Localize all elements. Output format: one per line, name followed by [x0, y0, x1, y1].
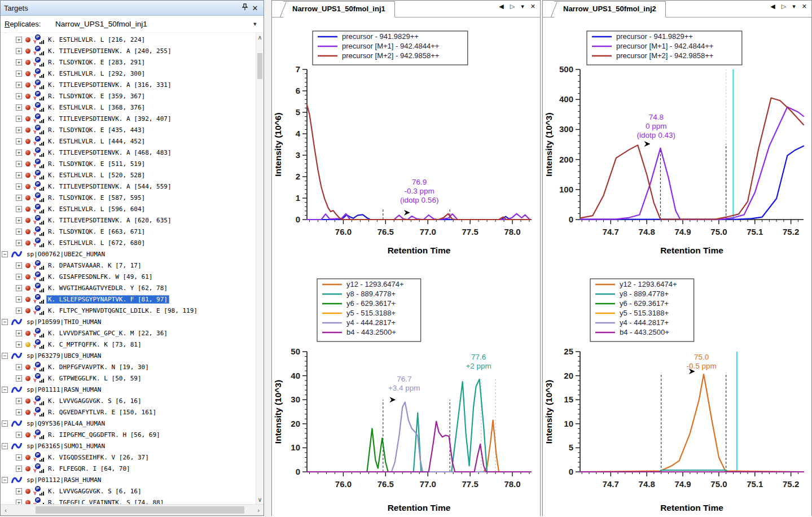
expander-icon[interactable]: + — [16, 172, 22, 178]
tree-vertical-scrollbar[interactable]: ∧ ∨ — [256, 33, 264, 504]
nav-right-icon[interactable]: ▷ — [782, 3, 786, 10]
fragment-chromatogram-inj2[interactable]: 74.774.874.975.075.175.2051015202575.0-0… — [543, 260, 811, 517]
tree-row[interactable]: +PYK. WVGTIHGAAGTVYEDLR. Y [62, 78] — [1, 282, 256, 293]
tree-row[interactable]: −sp|O00762|UBE2C_HUMAN — [1, 248, 256, 260]
tree-row[interactable]: −sp|P01111|RASN_HUMAN — [1, 384, 256, 395]
expander-icon[interactable]: + — [16, 138, 22, 144]
fragment-chromatogram-inj1[interactable]: 76.076.577.077.578.00102030405076.7+3.4 … — [272, 260, 540, 517]
tree-row[interactable]: +PYK. ESTLHLVLR. L [444, 452] — [1, 135, 256, 147]
close-icon[interactable]: ✕ — [250, 4, 260, 12]
tree-row[interactable]: +PYK. LSLEFPSGYPYNAPTVK. F [81, 97] — [1, 293, 256, 305]
expander-icon[interactable]: + — [16, 183, 22, 190]
tree-row[interactable]: +PYR. TLSDYNIQK. E [587, 595] — [1, 192, 256, 203]
tree-row[interactable]: +PYK. GTPWEGGLFK. L [50, 59] — [1, 373, 256, 384]
expander-icon[interactable]: + — [16, 409, 22, 415]
tree-row[interactable]: +PYK. TITLEVEPSDTIENVK. A [544, 559] — [1, 181, 256, 192]
tree-row[interactable]: +PYK. ESTLHLVLR. L [368, 376] — [1, 102, 256, 113]
expander-icon[interactable]: + — [16, 206, 22, 212]
window-menu-icon[interactable]: ▾ — [521, 3, 524, 10]
tree-row[interactable]: +PYR. IIPGFMC̲QGGDFTR. H [56, 69] — [1, 429, 256, 440]
tree-row[interactable]: +PYR. QGVEDAFYTLVR. E [150, 161] — [1, 406, 256, 418]
tree-row[interactable]: +PYK. TITLEVEPSDTIENVK. A [468, 483] — [1, 147, 256, 158]
tree-row[interactable]: +PYK. GISAFPESDNLFK. W [49, 61] — [1, 271, 256, 282]
tree-row[interactable]: +PYR. TGEGFLC̲VFAINNTK. S [74, 88] — [1, 497, 256, 504]
tab-narrow-ups1-50fmol-inj2[interactable]: Narrow_UPS1_50fmol_inj2 — [554, 1, 666, 17]
expander-icon[interactable]: − — [2, 387, 8, 393]
expander-icon[interactable]: + — [16, 262, 22, 269]
scrollbar-thumb[interactable] — [36, 506, 244, 514]
expander-icon[interactable]: + — [16, 48, 22, 54]
scrollbar-thumb[interactable] — [257, 53, 262, 79]
expander-icon[interactable]: + — [16, 59, 22, 65]
tree-row[interactable]: +PYK. VIGQDSSEIHFK. V [26, 37] — [1, 452, 256, 463]
tree-row[interactable]: +PYK. LVVVDFSATWC̲GPC̲K. M [22, 36] — [1, 327, 256, 339]
tree-row[interactable]: +PYR. TLSDYNIQK. E [359, 367] — [1, 90, 256, 102]
expander-icon[interactable]: + — [16, 37, 22, 43]
scroll-down-icon[interactable]: ∨ — [256, 495, 264, 504]
tree-row[interactable]: +PYK. C̲MPTFQFFK. K [73, 81] — [1, 339, 256, 350]
tree-row[interactable]: +PYK. LVVVGAGGVGK. S [6, 16] — [1, 395, 256, 406]
expander-icon[interactable]: + — [16, 104, 22, 111]
targets-tree[interactable]: +PYK. ESTLHLVLR. L [216, 224]+PYK. TITLE… — [1, 33, 256, 504]
expander-icon[interactable]: + — [16, 466, 22, 472]
scroll-right-icon[interactable]: › — [253, 506, 264, 515]
expander-icon[interactable]: + — [16, 375, 22, 382]
window-close-icon[interactable]: ✕ — [530, 3, 536, 10]
tree-row[interactable]: +PYK. TITLEVEPSDTIENVK. A [316, 331] — [1, 79, 256, 90]
expander-icon[interactable]: − — [2, 477, 8, 483]
expander-icon[interactable]: + — [16, 150, 22, 156]
expander-icon[interactable]: + — [16, 71, 22, 77]
expander-icon[interactable]: + — [16, 398, 22, 404]
expander-icon[interactable]: + — [16, 229, 22, 235]
expander-icon[interactable]: + — [16, 364, 22, 370]
expander-icon[interactable]: − — [2, 353, 8, 359]
tree-row[interactable]: +PYR. DPAATSVAAAR. K [7, 17] — [1, 260, 256, 271]
tab-narrow-ups1-50fmol-inj1[interactable]: Narrow_UPS1_50fmol_inj1 — [283, 1, 395, 17]
chevron-down-icon[interactable]: ▾ — [253, 20, 264, 28]
expander-icon[interactable]: + — [16, 161, 22, 167]
tree-row[interactable]: +PYK. LVVVGAGGVGK. S [6, 16] — [1, 485, 256, 497]
expander-icon[interactable]: − — [2, 443, 8, 449]
expander-icon[interactable]: + — [16, 432, 22, 438]
expander-icon[interactable]: + — [16, 285, 22, 291]
tree-horizontal-scrollbar[interactable]: ‹ › — [1, 504, 264, 515]
expander-icon[interactable]: + — [16, 195, 22, 201]
pin-icon[interactable] — [240, 3, 250, 12]
tree-row[interactable]: −sp|P63165|SUMO1_HUMAN — [1, 440, 256, 452]
tree-row[interactable]: +PYK. DHPFGFVAVPTK. N [19, 30] — [1, 361, 256, 373]
expander-icon[interactable]: + — [16, 341, 22, 348]
precursor-chromatogram-inj1[interactable]: 76.076.577.077.578.00123456776.9-0.3 ppm… — [272, 17, 540, 260]
scroll-up-icon[interactable]: ∧ — [256, 33, 264, 42]
tree-row[interactable]: +PYR. TLSDYNIQK. E [511, 519] — [1, 158, 256, 169]
expander-icon[interactable]: + — [16, 454, 22, 461]
tree-row[interactable]: +PYK. ESTLHLVLR. L [292, 300] — [1, 68, 256, 79]
tree-row[interactable]: +PYK. ESTLHLVLR. L [216, 224] — [1, 34, 256, 45]
nav-left-icon[interactable]: ◀ — [499, 3, 503, 10]
tree-row[interactable]: +PYK. TITLEVEPSDTIENVK. A [240, 255] — [1, 45, 256, 56]
tree-row[interactable]: +PYK. ESTLHLVLR. L [520, 528] — [1, 169, 256, 181]
expander-icon[interactable]: + — [16, 82, 22, 88]
tree-row[interactable]: +PYR. TLSDYNIQK. E [435, 443] — [1, 124, 256, 135]
scroll-left-icon[interactable]: ‹ — [1, 506, 11, 515]
tree-row[interactable]: −sp|P63279|UBC9_HUMAN — [1, 350, 256, 361]
expander-icon[interactable]: + — [16, 308, 22, 314]
expander-icon[interactable]: + — [16, 296, 22, 303]
tree-row[interactable]: −sp|P01112|RASH_HUMAN — [1, 474, 256, 485]
tree-row[interactable]: +PYK. TITLEVEPSDTIENVK. A [392, 407] — [1, 113, 256, 124]
expander-icon[interactable]: + — [16, 93, 22, 99]
tree-row[interactable]: −sp|Q9Y536|PAL4A_HUMAN — [1, 418, 256, 429]
expander-icon[interactable]: + — [16, 127, 22, 133]
tree-row[interactable]: +PYK. ESTLHLVLR. L [596, 604] — [1, 203, 256, 214]
window-menu-icon[interactable]: ▾ — [792, 3, 796, 10]
expander-icon[interactable]: + — [16, 488, 22, 494]
expander-icon[interactable]: + — [16, 274, 22, 280]
tree-row[interactable]: +PYK. FLTPC̲YHPNVDTQGNIC̲LDILK. E [98, 1… — [1, 305, 256, 316]
tree-row[interactable]: +PYK. ESTLHLVLR. L [672, 680] — [1, 237, 256, 248]
precursor-chromatogram-inj2[interactable]: 74.774.874.975.075.175.20100200300400500… — [543, 17, 811, 260]
expander-icon[interactable]: + — [16, 240, 22, 246]
expander-icon[interactable]: + — [16, 330, 22, 336]
expander-icon[interactable]: + — [16, 116, 22, 122]
expander-icon[interactable]: − — [2, 420, 8, 427]
tree-row[interactable]: +PYR. FLFEGQR. I [64, 70] — [1, 463, 256, 474]
tree-row[interactable]: +PYK. TITLEVEPSDTIENVK. A [620, 635] — [1, 214, 256, 226]
